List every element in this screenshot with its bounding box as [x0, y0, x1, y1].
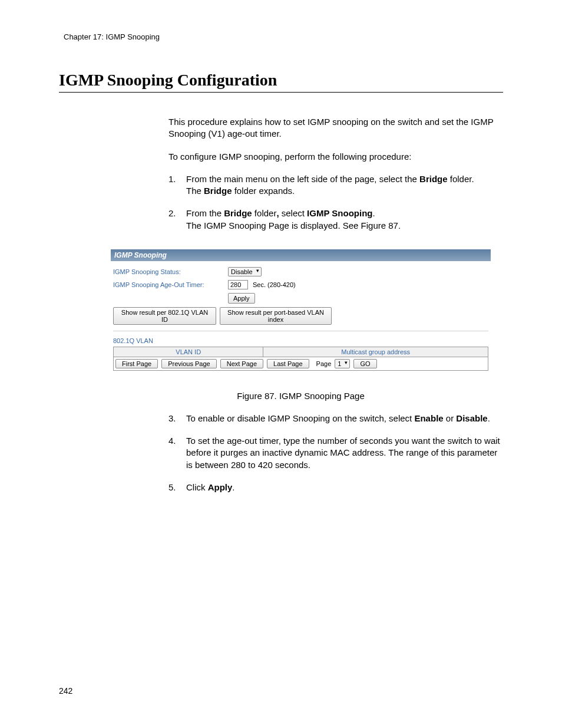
show-portbased-button[interactable]: Show result per port-based VLAN index	[220, 307, 332, 325]
step-5-bold: Apply	[208, 482, 233, 492]
step-1-text-a: From the main menu on the left side of t…	[186, 174, 419, 184]
step-1-text-d: folder expands.	[232, 186, 295, 196]
step-1-text-b: folder.	[448, 174, 474, 184]
show-8021q-button[interactable]: Show result per 802.1Q VLAN ID	[113, 307, 216, 325]
step-2-text-e: The IGMP Snooping Page is displayed. See…	[186, 220, 401, 230]
intro-paragraph: This procedure explains how to set IGMP …	[168, 116, 503, 140]
panel-form: IGMP Snooping Status: Disable IGMP Snoop…	[111, 261, 491, 374]
step-1-text-c: The	[186, 186, 204, 196]
step-2-bold-1: Bridge	[224, 208, 252, 218]
page-number: 242	[59, 686, 72, 696]
vlan-table: VLAN ID Multicast group address	[113, 347, 488, 357]
content-body: This procedure explains how to set IGMP …	[168, 116, 503, 232]
col-multicast: Multicast group address	[263, 347, 488, 357]
step-3-text-b: or	[444, 413, 457, 423]
lead-in: To configure IGMP snooping, perform the …	[168, 151, 503, 163]
step-3-bold-1: Enable	[414, 413, 443, 423]
panel-title-bar: IGMP Snooping	[111, 249, 491, 261]
step-2-bold-2: IGMP Snooping	[307, 208, 372, 218]
page-title: IGMP Snooping Configuration	[59, 71, 503, 93]
step-5-text-b: .	[232, 482, 234, 492]
step-5-text-a: Click	[186, 482, 208, 492]
steps-top: From the main menu on the left side of t…	[168, 173, 503, 232]
step-2-text-c: select	[279, 208, 308, 218]
steps-bottom: To enable or disable IGMP Snooping on th…	[168, 413, 503, 493]
igmp-panel: IGMP Snooping IGMP Snooping Status: Disa…	[111, 249, 491, 374]
go-button[interactable]: GO	[353, 359, 376, 368]
vlan-section-label: 802.1Q VLAN	[113, 337, 488, 344]
step-2-text-a: From the	[186, 208, 224, 218]
figure-caption: Figure 87. IGMP Snooping Page	[111, 391, 491, 401]
col-vlan-id: VLAN ID	[114, 347, 263, 357]
next-page-button[interactable]: Next Page	[220, 359, 263, 368]
timer-label: IGMP Snooping Age-Out Timer:	[113, 281, 228, 288]
divider	[113, 331, 488, 331]
apply-button[interactable]: Apply	[228, 293, 255, 304]
step-1: From the main menu on the left side of t…	[168, 173, 503, 197]
page-label: Page	[316, 360, 332, 367]
previous-page-button[interactable]: Previous Page	[161, 359, 217, 368]
step-3-text-c: .	[488, 413, 490, 423]
status-label: IGMP Snooping Status:	[113, 268, 228, 275]
first-page-button[interactable]: First Page	[115, 359, 158, 368]
pager: First Page Previous Page Next Page Last …	[113, 357, 488, 371]
step-5: Click Apply.	[168, 482, 503, 493]
step-3-text-a: To enable or disable IGMP Snooping on th…	[186, 413, 414, 423]
chapter-header: Chapter 17: IGMP Snooping	[64, 32, 503, 41]
step-2-text-b: folder	[252, 208, 277, 218]
step-4: To set the age-out timer, type the numbe…	[168, 435, 503, 471]
step-1-bold-2: Bridge	[204, 186, 232, 196]
content-body-lower: To enable or disable IGMP Snooping on th…	[168, 413, 503, 493]
figure-87: IGMP Snooping IGMP Snooping Status: Disa…	[111, 249, 491, 401]
step-2-text-d: .	[373, 208, 375, 218]
timer-input[interactable]: 280	[228, 280, 248, 289]
last-page-button[interactable]: Last Page	[267, 359, 309, 368]
step-3-bold-2: Disable	[456, 413, 487, 423]
step-2: From the Bridge folder, select IGMP Snoo…	[168, 207, 503, 232]
timer-suffix: Sec. (280-420)	[253, 281, 296, 288]
page-select[interactable]: 1	[335, 359, 350, 368]
step-3: To enable or disable IGMP Snooping on th…	[168, 413, 503, 424]
status-dropdown[interactable]: Disable	[228, 267, 262, 276]
step-1-bold: Bridge	[419, 174, 448, 184]
